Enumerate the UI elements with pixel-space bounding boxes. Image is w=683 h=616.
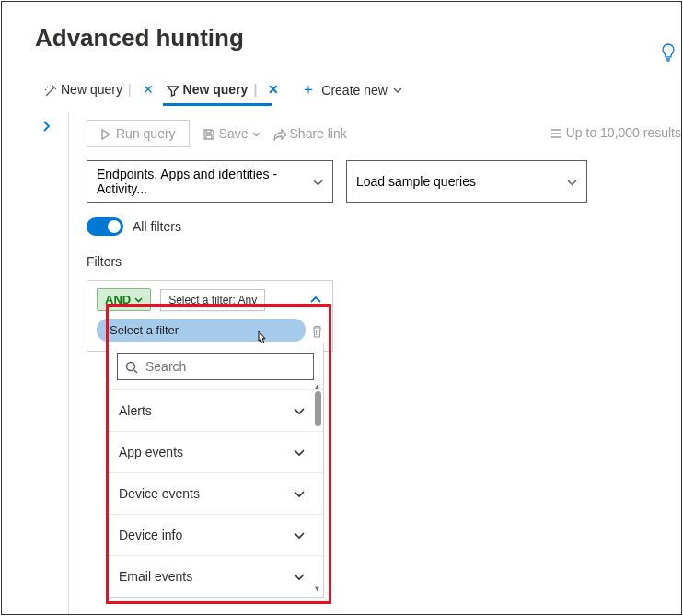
filter-category-email-events[interactable]: Email events [108, 555, 323, 597]
divider: | [126, 82, 133, 97]
tab-new-query-1[interactable]: New query | ✕ [41, 78, 163, 104]
category-label: Alerts [119, 403, 152, 418]
tab-new-query-2[interactable]: New query | ✕ [163, 78, 289, 104]
tab-bar: New query | ✕ New query | ✕ ＋ Create new [2, 52, 681, 107]
category-label: Email events [119, 569, 192, 584]
scroll-down-arrow[interactable]: ▼ [313, 584, 321, 593]
chevron-down-icon [294, 445, 305, 459]
share-link-label: Share link [290, 126, 347, 141]
filter-tooltip: Select a filter: Any [160, 289, 265, 311]
play-icon [100, 126, 110, 141]
plus-icon: ＋ [301, 80, 316, 99]
search-input[interactable] [144, 358, 308, 375]
delete-icon[interactable] [311, 322, 323, 337]
chevron-down-icon [294, 403, 305, 418]
filter-category-device-events[interactable]: Device events [108, 472, 323, 514]
list-icon [548, 125, 561, 140]
close-icon[interactable]: ✕ [262, 82, 284, 97]
results-hint-label: Up to 10,000 results [566, 125, 681, 140]
select-filter-pill[interactable]: Select a filter [97, 319, 306, 342]
chevron-up-icon[interactable] [310, 294, 321, 307]
filter-group: AND Select a filter: Any Select a filter [87, 280, 333, 352]
scope-dropdown[interactable]: Endpoints, Apps and identities - Activit… [87, 160, 333, 203]
divider [68, 112, 69, 615]
svg-point-0 [127, 362, 135, 370]
chevron-down-icon [252, 128, 260, 138]
sample-queries-value: Load sample queries [356, 174, 476, 189]
filters-section-label: Filters [39, 236, 681, 269]
create-new-button[interactable]: ＋ Create new [288, 76, 410, 107]
all-filters-label: All filters [133, 219, 181, 234]
scope-value: Endpoints, Apps and identities - Activit… [97, 167, 313, 196]
logic-operator-label: AND [105, 293, 131, 307]
share-icon [273, 126, 286, 141]
scrollbar-thumb[interactable] [315, 391, 321, 426]
chevron-down-icon [567, 174, 577, 189]
filter-category-device-info[interactable]: Device info [108, 514, 323, 555]
chevron-down-icon [313, 174, 323, 189]
filter-category-alerts[interactable]: Alerts [108, 389, 323, 431]
logic-operator-chip[interactable]: AND [97, 288, 151, 311]
filter-category-app-events[interactable]: App events [108, 431, 323, 472]
collapse-chevron-icon[interactable] [42, 118, 50, 133]
filter-category-dropdown: ▲ Alerts App events Device events Device… [107, 343, 324, 598]
run-query-button[interactable]: Run query [87, 120, 190, 147]
wand-icon [44, 82, 57, 97]
chevron-down-icon [294, 486, 305, 501]
results-hint: Up to 10,000 results [548, 125, 681, 140]
category-label: Device events [119, 486, 200, 501]
toolbar: Run query Save Share link [39, 107, 681, 160]
tab-label: New query [183, 82, 249, 97]
chevron-down-icon [393, 85, 402, 95]
lightbulb-icon[interactable] [661, 42, 676, 62]
category-label: Device info [119, 528, 182, 542]
run-query-label: Run query [116, 126, 176, 141]
share-link-button[interactable]: Share link [273, 126, 347, 141]
save-icon [203, 126, 215, 141]
page-title: Advanced hunting [2, 2, 681, 52]
search-icon [125, 358, 138, 375]
chevron-down-icon [294, 528, 305, 542]
all-filters-toggle[interactable] [87, 217, 123, 236]
scroll-up-arrow[interactable]: ▲ [313, 382, 321, 391]
sample-queries-dropdown[interactable]: Load sample queries [346, 160, 587, 203]
divider: | [251, 82, 259, 97]
save-label: Save [219, 126, 249, 141]
tab-label: New query [61, 82, 122, 97]
search-input-wrapper[interactable] [117, 353, 314, 380]
filter-icon [167, 82, 179, 97]
save-button[interactable]: Save [203, 126, 260, 141]
category-label: App events [119, 445, 183, 459]
create-new-label: Create new [321, 83, 388, 98]
chevron-down-icon [294, 569, 305, 584]
close-icon[interactable]: ✕ [137, 82, 159, 97]
